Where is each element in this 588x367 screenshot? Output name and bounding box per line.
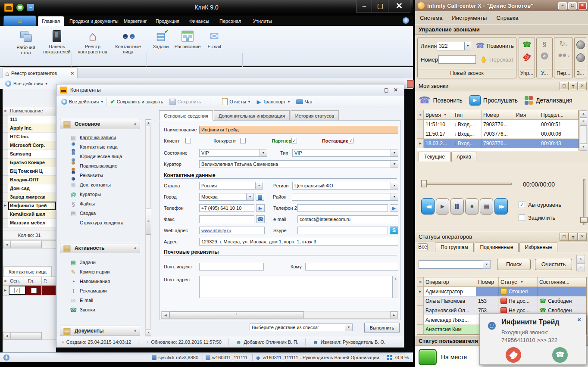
listen-button[interactable]: ▶ Прослушать bbox=[466, 95, 521, 106]
close-popup-icon[interactable]: ✕ bbox=[577, 317, 581, 323]
hangup-icon[interactable]: ☎ bbox=[520, 51, 533, 64]
table-row[interactable]: HTC Inc. bbox=[3, 133, 56, 141]
maximize-panel-button[interactable]: ▢ bbox=[560, 233, 568, 240]
nav-item-claims[interactable]: !Рекламации bbox=[60, 286, 140, 295]
tab-current-calls[interactable]: Текущие bbox=[419, 152, 450, 162]
table-row[interactable]: Китайский шел bbox=[3, 210, 56, 219]
tab-all-operators[interactable]: Все bbox=[418, 243, 428, 250]
close-tab-icon[interactable]: ✕ bbox=[71, 71, 74, 76]
ribbon-button-contact-persons[interactable]: ☻☻ Контактные лица bbox=[112, 28, 144, 54]
fax-dial-button[interactable]: ☎ bbox=[256, 215, 265, 223]
clear-button[interactable]: Очистить bbox=[535, 259, 572, 270]
scroll-up-icon[interactable]: ▲ bbox=[146, 119, 151, 126]
name-field[interactable]: Инфинити Трейд bbox=[199, 126, 398, 134]
nav-item-files[interactable]: §Файлы bbox=[60, 199, 140, 208]
calls-scrollbar[interactable]: ▲ ≡ ▼ bbox=[579, 110, 587, 151]
column-header[interactable]: Осн. bbox=[8, 277, 26, 285]
ribbon-button-email[interactable]: ✉ E-mail bbox=[203, 28, 226, 49]
scrollbar-thumb[interactable] bbox=[11, 332, 42, 339]
checkbox-unchecked[interactable] bbox=[31, 288, 37, 293]
close-button[interactable]: ✕ bbox=[388, 0, 410, 12]
call-button[interactable]: Позвонить bbox=[486, 43, 514, 49]
minimize-button[interactable]: – bbox=[356, 0, 372, 12]
rewind-button[interactable]: ◀◀ bbox=[421, 198, 435, 215]
partner-checkbox[interactable]: ✓ bbox=[291, 138, 297, 143]
competitor-checkbox[interactable] bbox=[240, 138, 246, 143]
ribbon-button-tasks[interactable]: ▤✔ Задачи bbox=[150, 28, 172, 49]
maximize-panel-button[interactable]: ▢ bbox=[560, 82, 568, 90]
form-horizontal-scrollbar[interactable]: ◀ ⁞ ▶ bbox=[161, 311, 398, 319]
table-row[interactable]: Samsung bbox=[3, 150, 56, 159]
chevron-down-icon[interactable]: ▼ bbox=[391, 182, 398, 190]
table-row[interactable]: Apply Inc. bbox=[3, 124, 56, 133]
scroll-up-icon[interactable]: ∧ bbox=[576, 255, 585, 263]
operator-row[interactable]: Ольга Пахомова 153 Не дос... ☎Свободен bbox=[417, 296, 586, 306]
main-contact-cell[interactable]: ✓ bbox=[8, 285, 26, 295]
call-button[interactable]: ☎ Позвонить bbox=[415, 95, 466, 106]
volume-slider-thumb[interactable] bbox=[580, 217, 588, 223]
restore-button[interactable]: ▢ bbox=[382, 87, 391, 93]
scrollbar-thumb[interactable] bbox=[11, 241, 42, 248]
field-scrollbar[interactable]: ▲ bbox=[393, 276, 398, 298]
chevron-down-icon[interactable]: ▼ bbox=[483, 260, 491, 269]
loop-option[interactable]: Зациклить bbox=[519, 215, 555, 221]
column-header-time[interactable]: Время▼ bbox=[424, 110, 452, 120]
minimize-button[interactable]: – bbox=[558, 2, 567, 9]
save-close-button[interactable]: ✔ Сохранить и закрыть bbox=[107, 97, 166, 106]
address-field[interactable]: 129329, г. Москва, ул. Ивовая, дом 1, ко… bbox=[199, 238, 398, 246]
scroll-up-icon[interactable]: ▲ bbox=[580, 110, 587, 118]
dial-phone-button[interactable]: ▶ bbox=[256, 204, 265, 212]
type-combo[interactable]: VIP bbox=[292, 149, 391, 157]
column-header-status[interactable]: Статус▼ bbox=[499, 277, 538, 287]
action-combo[interactable]: Выберите действие из списка: bbox=[250, 323, 345, 331]
tab-subordinates[interactable]: Подчиненные bbox=[475, 242, 519, 252]
scrollbar-thumb[interactable]: ⁞ bbox=[169, 311, 304, 318]
scroll-left-icon[interactable]: ◀ bbox=[3, 332, 11, 339]
tab-additional-info[interactable]: Дополнительная информация bbox=[214, 110, 290, 121]
table-row[interactable]: БЦ Томский Ц bbox=[3, 167, 56, 176]
country-combo[interactable]: Россия bbox=[199, 182, 256, 190]
ribbon-button-registry[interactable]: ⌂ Реестр контрагентов bbox=[74, 28, 111, 54]
checkbox-unchecked[interactable] bbox=[519, 215, 525, 221]
checkbox-checked[interactable]: ✓ bbox=[14, 288, 20, 293]
horizontal-scrollbar[interactable]: ◀ bbox=[3, 240, 57, 249]
scroll-down-icon[interactable]: ▼ bbox=[580, 143, 587, 151]
maximize-button[interactable]: ▢ bbox=[372, 0, 389, 12]
state-combo[interactable]: VIP bbox=[199, 149, 260, 157]
reports-button[interactable]: Отчёты▼ bbox=[219, 97, 253, 106]
table-row[interactable]: Магазин мебел bbox=[3, 219, 56, 227]
nav-item-email[interactable]: ✉E-mail bbox=[60, 295, 140, 305]
complete-icon[interactable]: ✓ bbox=[541, 53, 548, 59]
tab-status-history[interactable]: История статусов bbox=[291, 110, 339, 121]
chevron-down-icon[interactable]: ▼ bbox=[345, 323, 353, 331]
menu-tools[interactable]: Инструменты bbox=[447, 15, 491, 21]
column-header-name[interactable]: Наименование bbox=[8, 106, 56, 115]
chat-button[interactable]: … Чат bbox=[293, 97, 316, 106]
filter-close-button[interactable] bbox=[407, 80, 414, 88]
conference-icon[interactable]: ☻☻ bbox=[557, 52, 566, 58]
column-header-number[interactable]: Номер bbox=[482, 110, 514, 120]
table-row[interactable]: Завод химреак bbox=[3, 193, 56, 202]
decline-call-button[interactable]: ☎ bbox=[506, 347, 521, 363]
close-panel-button[interactable]: ✕ bbox=[578, 82, 586, 90]
pin-panel-button[interactable]: ┳ bbox=[569, 233, 577, 240]
paperclip-icon[interactable]: § bbox=[543, 40, 546, 47]
call-row[interactable]: 11:51:10 ↓Вход... 7903776... 00:00:51 bbox=[417, 120, 579, 129]
info-icon[interactable]: i bbox=[3, 355, 9, 361]
checkbox-checked[interactable]: ✓ bbox=[519, 202, 525, 208]
ribbon-tab-produkciya[interactable]: Продукция bbox=[152, 16, 183, 26]
operator-row-selected[interactable]: ▶ Администратор Отошел bbox=[417, 287, 586, 296]
table-row-selected[interactable]: ▶Инфинити Трей bbox=[3, 202, 56, 210]
tab-archive-calls[interactable]: Архив bbox=[451, 152, 476, 162]
chevron-down-icon[interactable]: ▼ bbox=[391, 193, 398, 201]
district-combo[interactable] bbox=[292, 193, 391, 201]
answer-call-icon[interactable]: ☎ bbox=[522, 40, 531, 49]
chevron-down-icon[interactable]: ▼ bbox=[391, 149, 398, 157]
nav-item-reminders[interactable]: ◔Напоминания bbox=[60, 277, 140, 286]
nav-item-holding-structure[interactable]: Структура холдинга bbox=[60, 218, 140, 227]
intercept-button[interactable]: Перехват bbox=[489, 56, 514, 63]
search-combo[interactable] bbox=[419, 260, 483, 269]
city-book-button[interactable] bbox=[256, 193, 264, 201]
help-icon[interactable]: ? bbox=[403, 17, 409, 24]
ribbon-tab-prodazhi[interactable]: Продажи и документы bbox=[66, 16, 122, 26]
